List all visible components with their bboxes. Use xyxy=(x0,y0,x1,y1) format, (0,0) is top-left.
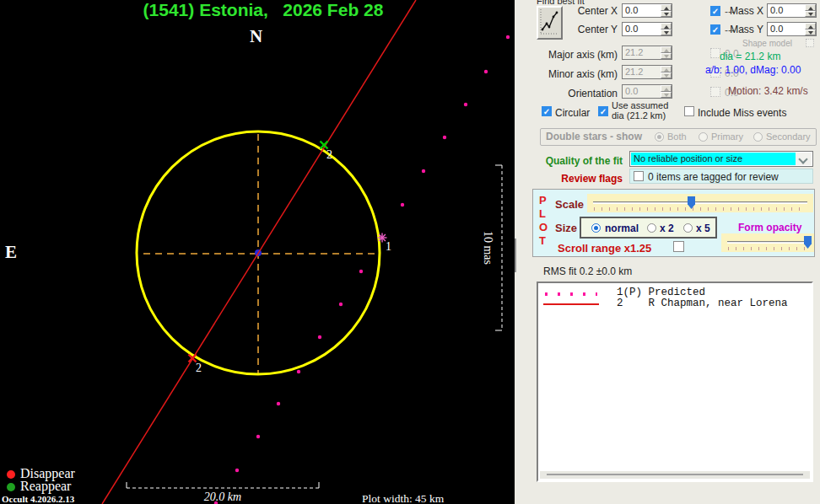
horizontal-scrollbar[interactable] xyxy=(540,471,810,479)
plot-letter-p: P xyxy=(539,194,547,206)
center-y-field[interactable]: 0.0 xyxy=(622,22,672,36)
orientation-label: Orientation xyxy=(548,88,618,99)
double-stars-secondary-radio xyxy=(753,132,763,142)
size-radio-group: normal x 2 x 5 xyxy=(580,217,717,239)
center-x-label: Center X xyxy=(567,5,618,17)
mass-x-field[interactable]: 0.0 xyxy=(767,3,817,18)
predicted-marker-label: 1 xyxy=(386,240,391,254)
review-flags-label: Review flags xyxy=(538,173,623,185)
chord2-disappear-label: 2 xyxy=(196,362,202,375)
observations-list[interactable]: 1(P) Predicted 2 R Chapman, near Lorena xyxy=(537,281,813,482)
center-x-field[interactable]: 0.0 xyxy=(622,3,672,18)
size-x5-label: x 5 xyxy=(696,223,710,234)
minor-axis-field: 21.2 xyxy=(622,65,672,79)
minor-axis-spinner xyxy=(661,66,672,78)
plot-letter-t: T xyxy=(539,234,546,247)
center-y-value: 0.0 xyxy=(625,24,638,34)
size-label: Size xyxy=(555,222,577,234)
scroll-range-checkbox[interactable] xyxy=(673,241,684,252)
mass-x-value: 0.0 xyxy=(770,5,783,15)
review-flags-panel: 0 items are tagged for review xyxy=(629,169,813,184)
chord2-line-swatch xyxy=(543,303,599,305)
minor-axis-label: Minor axis (km) xyxy=(548,68,618,80)
size-x5-radio[interactable] xyxy=(683,223,693,233)
mass-y-label: Mass Y xyxy=(726,24,763,35)
reappear-dot-icon xyxy=(7,483,15,491)
circular-checkbox[interactable] xyxy=(542,106,552,116)
scale-label: Scale xyxy=(555,198,584,211)
mass-x-spinner[interactable] xyxy=(805,4,816,17)
mass-x-label: Mass X xyxy=(726,5,763,17)
rms-fit-text: RMS fit 0.2 ±0.0 km xyxy=(543,265,632,277)
quality-selected-value: No reliable position or size xyxy=(631,153,796,165)
scroll-range-label: Scroll range x1.25 xyxy=(558,242,651,255)
center-x-spinner[interactable] xyxy=(661,4,672,17)
dropdown-arrow-icon[interactable] xyxy=(796,153,812,165)
shape-model-checkbox[interactable] xyxy=(806,39,814,47)
orientation-field: 0.0 xyxy=(622,84,672,99)
include-miss-label: Include Miss events xyxy=(698,107,786,119)
chart-fit-icon xyxy=(538,8,560,37)
panel-splitter[interactable] xyxy=(515,239,516,272)
use-assumed-label-2: dia (21.2 km) xyxy=(612,110,668,121)
center-y-fit-checkbox[interactable] xyxy=(710,24,720,35)
plot-letter-o: O xyxy=(539,221,548,233)
scale-bar-label: 20.0 km xyxy=(204,491,241,504)
size-normal-label: normal xyxy=(605,223,639,234)
mass-y-value: 0.0 xyxy=(770,24,783,34)
double-stars-both-radio xyxy=(655,132,664,142)
major-axis-value: 21.2 xyxy=(625,47,643,57)
form-opacity-label: Form opacity xyxy=(738,222,801,233)
diameter-info: dia = 21.2 km xyxy=(720,51,780,62)
observation-row[interactable]: 2 R Chapman, near Lorena xyxy=(617,298,788,309)
scale-slider-groove xyxy=(593,201,807,204)
north-label: N xyxy=(250,26,262,47)
minor-axis-value: 21.2 xyxy=(625,67,643,77)
quality-label: Quality of the fit xyxy=(538,155,623,167)
use-assumed-label-1: Use assumed xyxy=(612,100,668,110)
scale-slider[interactable] xyxy=(587,194,813,212)
review-flags-text: 0 items are tagged for review xyxy=(648,171,779,183)
motion-info: Motion: 3.42 km/s xyxy=(728,85,808,97)
find-best-fit-button[interactable] xyxy=(537,6,563,40)
use-assumed-dia-checkbox[interactable] xyxy=(598,106,608,116)
major-axis-field: 21.2 xyxy=(622,46,672,60)
mas-scale-label: 10 mas xyxy=(481,231,494,265)
size-x2-radio[interactable] xyxy=(647,223,656,233)
size-normal-radio[interactable] xyxy=(591,223,601,233)
include-miss-checkbox[interactable] xyxy=(684,106,694,116)
double-stars-primary-label: Primary xyxy=(711,131,743,142)
review-flags-checkbox[interactable] xyxy=(634,171,644,181)
size-x2-label: x 2 xyxy=(660,223,674,234)
east-label: E xyxy=(5,242,17,263)
center-x-fit-checkbox[interactable] xyxy=(710,6,720,16)
occultation-plot-canvas[interactable]: (1541) Estonia, 2026 Feb 28 N E Disappea… xyxy=(0,0,515,504)
scale-slider-ticks xyxy=(594,207,807,211)
legend-reappear: Reappear xyxy=(20,479,71,494)
center-y-spinner[interactable] xyxy=(661,23,672,35)
circular-label: Circular xyxy=(555,107,590,119)
fit-control-panel: Find best fit Center X 0.0 --- Center Y … xyxy=(515,0,820,504)
double-stars-groupbox: Double stars - show Both Primary Seconda… xyxy=(540,128,817,146)
plot-graphics xyxy=(0,0,515,504)
orientation-spinner xyxy=(661,85,672,98)
ab-dmag-info: a/b: 1.00, dMag: 0.00 xyxy=(705,64,801,76)
disappear-dot-icon xyxy=(7,470,15,479)
form-opacity-slider[interactable] xyxy=(721,233,814,252)
mass-y-spinner[interactable] xyxy=(805,23,816,35)
quality-dropdown[interactable]: No reliable position or size xyxy=(629,151,813,167)
center-x-value: 0.0 xyxy=(625,5,638,15)
observation-row[interactable]: 1(P) Predicted xyxy=(617,287,705,298)
app-version: Occult 4.2026.2.13 xyxy=(2,494,74,504)
double-stars-title: Double stars - show xyxy=(546,131,642,142)
center-y-label: Center Y xyxy=(567,24,618,35)
mass-y-field[interactable]: 0.0 xyxy=(767,22,817,36)
orientation-fit-checkbox xyxy=(710,87,720,97)
form-opacity-groove xyxy=(727,241,808,244)
plot-letter-l: L xyxy=(539,207,546,220)
major-axis-spinner xyxy=(661,46,672,59)
predicted-line-swatch xyxy=(545,292,597,296)
orientation-value: 0.0 xyxy=(625,86,638,96)
plot-title: (1541) Estonia, 2026 Feb 28 xyxy=(143,0,384,20)
chord2-reappear-label: 2 xyxy=(326,148,332,162)
